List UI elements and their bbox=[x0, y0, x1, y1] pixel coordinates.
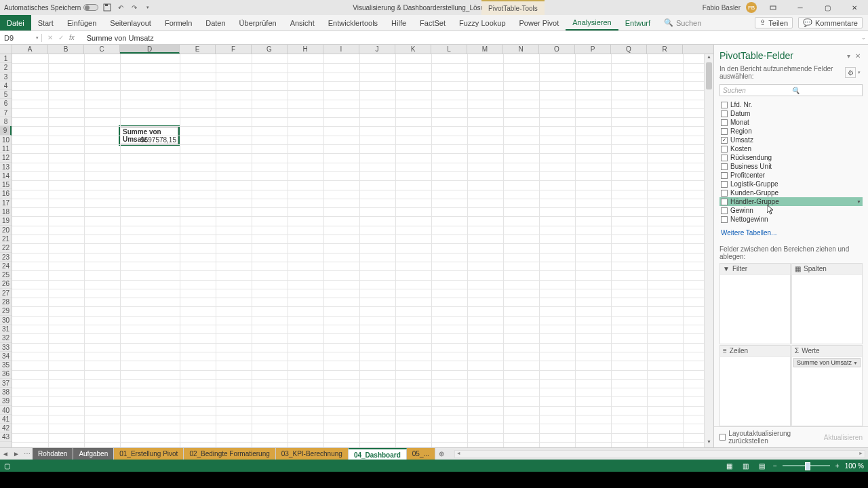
tab-factset[interactable]: FactSet bbox=[413, 15, 452, 30]
formula-input[interactable]: Summe von Umsatz bbox=[84, 34, 859, 42]
row-header[interactable]: 4 bbox=[0, 81, 12, 90]
close-icon[interactable]: ✕ bbox=[844, 0, 865, 15]
tab-data[interactable]: Daten bbox=[199, 15, 232, 30]
name-box[interactable]: D9 bbox=[0, 34, 42, 42]
scroll-up-icon[interactable]: ▲ bbox=[705, 54, 713, 62]
rows-area[interactable]: ≡Zeilen bbox=[719, 345, 791, 426]
field-item[interactable]: Logistik-Gruppe bbox=[719, 180, 863, 188]
row-header[interactable]: 21 bbox=[0, 235, 12, 243]
row-header[interactable]: 29 bbox=[0, 306, 12, 315]
row-header[interactable]: 28 bbox=[0, 298, 12, 306]
tab-view[interactable]: Ansicht bbox=[283, 15, 321, 30]
col-header[interactable]: B bbox=[48, 45, 84, 54]
row-header[interactable]: 32 bbox=[0, 333, 12, 342]
horizontal-scrollbar[interactable] bbox=[454, 450, 865, 458]
row-header[interactable]: 1 bbox=[0, 54, 12, 63]
field-checkbox[interactable] bbox=[721, 119, 728, 126]
row-header[interactable]: 26 bbox=[0, 279, 12, 288]
chevron-down-icon[interactable]: ▼ bbox=[856, 199, 861, 204]
panel-close-icon[interactable]: ✕ bbox=[853, 52, 863, 60]
col-header[interactable]: H bbox=[288, 45, 323, 54]
values-area[interactable]: ΣWerte Summe von Umsatz ▼ bbox=[791, 345, 863, 426]
scroll-down-icon[interactable]: ▼ bbox=[705, 439, 713, 447]
sheet-tab[interactable]: 02_Bedingte Formatierung bbox=[184, 448, 275, 460]
ribbon-display-icon[interactable] bbox=[762, 0, 784, 15]
row-header[interactable]: 36 bbox=[0, 369, 12, 378]
zoom-out-icon[interactable]: − bbox=[773, 462, 777, 470]
field-search-input[interactable]: Suchen 🔍 bbox=[719, 84, 863, 96]
tab-powerpivot[interactable]: Power Pivot bbox=[513, 15, 566, 30]
tab-analyze[interactable]: Analysieren bbox=[566, 15, 618, 30]
row-header[interactable]: 31 bbox=[0, 325, 12, 333]
qat-dropdown-icon[interactable]: ▾ bbox=[143, 3, 153, 12]
row-header[interactable]: 35 bbox=[0, 361, 12, 369]
tab-help[interactable]: Hilfe bbox=[384, 15, 413, 30]
field-checkbox[interactable] bbox=[721, 163, 728, 170]
row-header[interactable]: 40 bbox=[0, 406, 12, 415]
col-header[interactable]: E bbox=[180, 45, 216, 54]
sheet-tab[interactable]: Rohdaten bbox=[33, 448, 73, 460]
page-break-view-icon[interactable]: ▤ bbox=[757, 461, 768, 470]
user-avatar[interactable]: FB bbox=[746, 2, 757, 13]
defer-checkbox[interactable] bbox=[719, 434, 726, 441]
field-item[interactable]: Datum bbox=[719, 109, 863, 118]
field-checkbox[interactable] bbox=[721, 216, 728, 223]
maximize-icon[interactable]: ▢ bbox=[816, 0, 838, 15]
zoom-slider[interactable] bbox=[783, 465, 830, 466]
sheet-tab[interactable]: 05_... bbox=[407, 448, 435, 460]
col-header[interactable]: M bbox=[467, 45, 503, 54]
row-header[interactable]: 12 bbox=[0, 153, 12, 162]
row-header[interactable]: 9 bbox=[0, 126, 12, 135]
col-header[interactable]: C bbox=[84, 45, 120, 54]
row-header[interactable]: 38 bbox=[0, 388, 12, 396]
autosave-toggle[interactable]: Automatisches Speichern bbox=[4, 4, 98, 12]
row-header[interactable]: 34 bbox=[0, 352, 12, 361]
page-layout-view-icon[interactable]: ▥ bbox=[741, 461, 751, 470]
row-header[interactable]: 7 bbox=[0, 108, 12, 117]
expand-formula-icon[interactable]: ⌄ bbox=[859, 35, 868, 41]
row-header[interactable]: 6 bbox=[0, 99, 12, 108]
tab-review[interactable]: Überprüfen bbox=[233, 15, 283, 30]
col-header[interactable]: J bbox=[359, 45, 395, 54]
row-header[interactable]: 18 bbox=[0, 207, 12, 216]
tell-me-search[interactable]: 🔍 Suchen bbox=[657, 15, 701, 30]
field-checkbox[interactable] bbox=[721, 190, 728, 197]
col-header[interactable]: N bbox=[503, 45, 539, 54]
col-header[interactable]: O bbox=[539, 45, 575, 54]
row-header[interactable]: 2 bbox=[0, 63, 12, 72]
row-header[interactable]: 14 bbox=[0, 171, 12, 180]
field-checkbox[interactable] bbox=[721, 155, 728, 161]
record-macro-icon[interactable]: ▢ bbox=[4, 462, 10, 470]
row-header[interactable]: 16 bbox=[0, 189, 12, 198]
field-checkbox[interactable] bbox=[721, 128, 728, 135]
cancel-icon[interactable]: ✕ bbox=[47, 34, 53, 41]
vertical-scrollbar[interactable]: ▲ ▼ bbox=[704, 54, 713, 447]
col-header[interactable]: Q bbox=[611, 45, 647, 54]
field-checkbox[interactable] bbox=[721, 199, 728, 205]
tab-nav-prev-icon[interactable]: ◄ bbox=[0, 450, 11, 458]
sheet-tab[interactable]: Aufgaben bbox=[73, 448, 114, 460]
minimize-icon[interactable]: ─ bbox=[789, 0, 811, 15]
field-item[interactable]: Händler-Gruppe▼ bbox=[719, 197, 863, 206]
field-item[interactable]: Monat bbox=[719, 118, 863, 127]
field-checkbox[interactable] bbox=[721, 102, 728, 108]
field-item[interactable]: Rücksendung bbox=[719, 153, 863, 162]
fx-icon[interactable]: fx bbox=[69, 34, 79, 41]
row-header[interactable]: 5 bbox=[0, 90, 12, 99]
comments-button[interactable]: 💬Kommentare bbox=[798, 17, 863, 28]
col-header[interactable]: P bbox=[575, 45, 611, 54]
row-header[interactable]: 24 bbox=[0, 262, 12, 270]
panel-options-icon[interactable]: ▾ bbox=[844, 52, 853, 60]
add-sheet-icon[interactable]: ⊕ bbox=[435, 450, 448, 458]
zoom-level[interactable]: 100 % bbox=[845, 462, 864, 470]
tab-developer[interactable]: Entwicklertools bbox=[321, 15, 384, 30]
col-header[interactable]: I bbox=[323, 45, 359, 54]
field-item[interactable]: Profitcenter bbox=[719, 171, 863, 180]
zoom-in-icon[interactable]: + bbox=[835, 462, 840, 470]
cell-grid[interactable]: Summe von Umsatz 9697578,15 bbox=[12, 54, 704, 447]
row-header[interactable]: 20 bbox=[0, 226, 12, 235]
field-item[interactable]: Business Unit bbox=[719, 162, 863, 171]
row-header[interactable]: 19 bbox=[0, 216, 12, 225]
normal-view-icon[interactable]: ▦ bbox=[724, 461, 735, 470]
select-all-corner[interactable] bbox=[0, 45, 12, 54]
